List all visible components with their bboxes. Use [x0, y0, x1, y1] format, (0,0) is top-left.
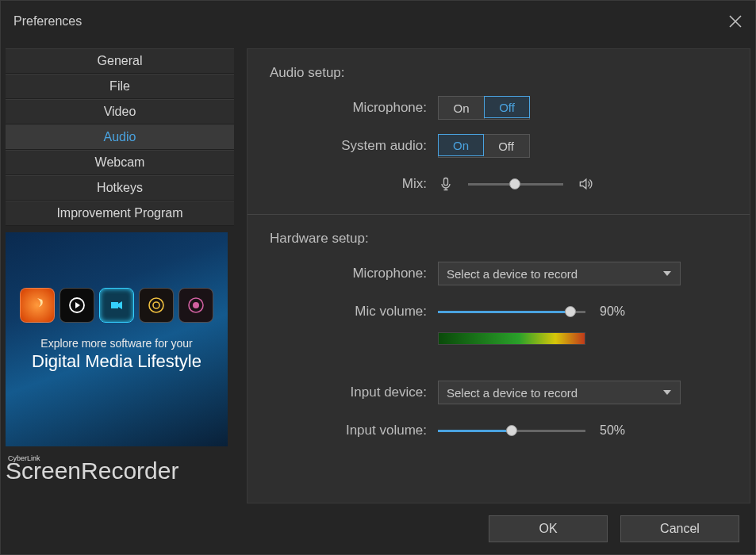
svg-point-2 [153, 302, 159, 308]
promo-icon-1 [20, 288, 55, 323]
sidebar: General File Video Audio Webcam Hotkeys … [6, 48, 234, 503]
system-audio-on-button[interactable]: On [438, 134, 484, 156]
tab-list: General File Video Audio Webcam Hotkeys … [6, 48, 234, 226]
brand-big: ScreenRecorder [6, 457, 178, 484]
svg-rect-5 [444, 178, 448, 186]
promo-icon-3 [99, 288, 134, 323]
ok-button[interactable]: OK [489, 515, 608, 542]
promo-icon-5 [178, 288, 213, 323]
mic-volume-label: Mic volume: [270, 304, 438, 320]
window-title: Preferences [13, 14, 82, 29]
mic-level-meter [438, 332, 585, 345]
cancel-button[interactable]: Cancel [620, 515, 739, 542]
hw-microphone-label: Microphone: [270, 266, 438, 281]
divider [248, 214, 750, 215]
tab-file[interactable]: File [6, 74, 234, 99]
promo-panel[interactable]: Explore more software for your Digital M… [6, 232, 228, 446]
svg-point-4 [193, 302, 199, 308]
system-audio-toggle: On Off [438, 134, 530, 158]
system-audio-off-button[interactable]: Off [483, 135, 529, 157]
input-volume-label: Input volume: [270, 423, 438, 438]
preferences-window: Preferences General File Video Audio Web… [0, 0, 756, 555]
mix-label: Mix: [270, 176, 438, 192]
input-device-select-value: Select a device to record [447, 386, 578, 400]
tab-hotkeys[interactable]: Hotkeys [6, 175, 234, 201]
close-icon[interactable] [728, 14, 743, 29]
tab-improvement-program[interactable]: Improvement Program [6, 201, 234, 226]
tab-audio[interactable]: Audio [6, 124, 234, 150]
footer: OK Cancel [1, 503, 755, 554]
microphone-icon [438, 176, 454, 192]
svg-point-1 [149, 298, 163, 312]
content-panel: Audio setup: Microphone: On Off System a… [247, 48, 750, 503]
brand: CyberLink ScreenRecorder [6, 454, 234, 484]
tab-webcam[interactable]: Webcam [6, 150, 234, 175]
audio-setup-title: Audio setup: [270, 65, 727, 81]
input-volume-slider[interactable] [438, 423, 585, 438]
microphone-toggle: On Off [438, 96, 530, 120]
microphone-on-button[interactable]: On [439, 97, 485, 119]
promo-line2: Digital Media Lifestyle [32, 351, 201, 372]
hardware-setup-title: Hardware setup: [270, 231, 727, 247]
input-device-label: Input device: [270, 385, 438, 400]
speaker-icon [578, 176, 593, 192]
titlebar: Preferences [1, 1, 755, 42]
mix-slider[interactable] [468, 177, 563, 191]
microphone-label: Microphone: [270, 100, 438, 116]
mic-volume-slider[interactable] [438, 304, 585, 319]
promo-icon-4 [139, 288, 174, 323]
mic-volume-value: 90% [600, 304, 625, 319]
input-device-select[interactable]: Select a device to record [438, 381, 681, 404]
microphone-select-value: Select a device to record [447, 267, 578, 281]
promo-icons [20, 288, 213, 323]
chevron-down-icon [662, 269, 672, 278]
tab-video[interactable]: Video [6, 99, 234, 124]
input-volume-value: 50% [600, 423, 625, 438]
system-audio-label: System audio: [270, 138, 438, 154]
microphone-off-button[interactable]: Off [484, 96, 530, 118]
chevron-down-icon [662, 388, 672, 397]
tab-general[interactable]: General [6, 48, 234, 74]
promo-icon-2 [59, 288, 94, 323]
microphone-select[interactable]: Select a device to record [438, 262, 681, 285]
promo-line1: Explore more software for your [40, 337, 192, 350]
